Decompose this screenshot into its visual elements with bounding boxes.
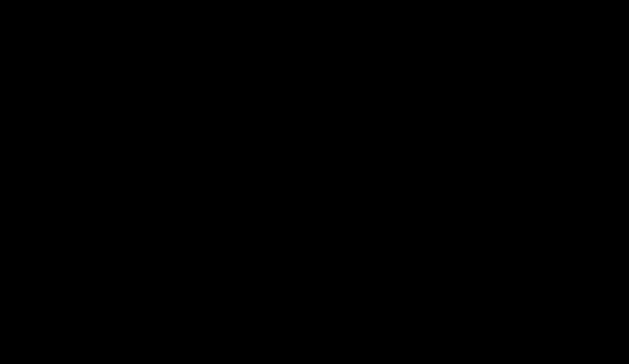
spectrogram-3d-canvas bbox=[0, 0, 629, 364]
spectrum-3d-view bbox=[0, 0, 629, 364]
